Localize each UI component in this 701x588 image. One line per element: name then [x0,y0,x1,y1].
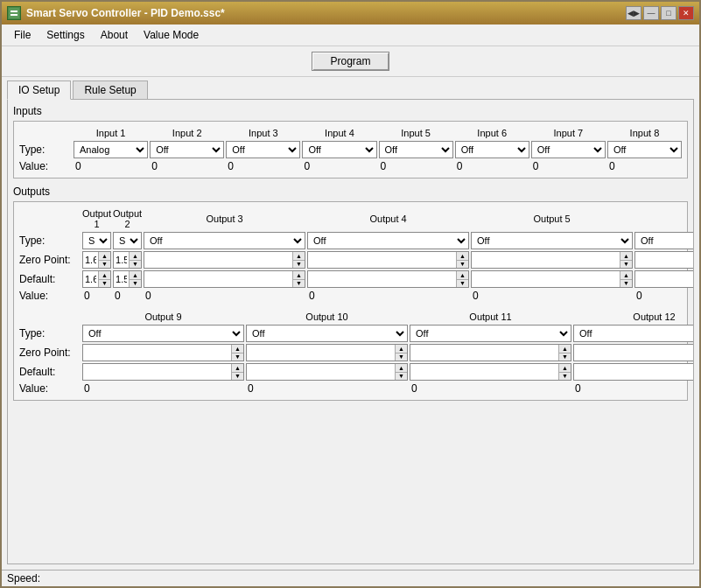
output2-default-up[interactable]: ▲ [130,271,141,279]
output3-default-down[interactable]: ▼ [293,279,305,288]
output2-default-down[interactable]: ▼ [130,279,141,288]
outputs-default-label: Default: [19,273,81,285]
menu-settings[interactable]: Settings [39,27,91,43]
output5-zero-input[interactable] [472,252,620,268]
output1-default-up[interactable]: ▲ [99,271,110,279]
output2-zero-spinner: ▲ ▼ [113,251,142,269]
output9-default-down[interactable]: ▼ [232,372,243,381]
input4-header: Input 4 [302,127,376,139]
output2-header: Output 2 [113,207,142,230]
input4-type-select[interactable]: OffAnalogDigital [302,141,376,158]
output3-zero-input[interactable] [144,252,292,268]
output10-zero-up[interactable]: ▲ [396,345,407,353]
input6-type-select[interactable]: OffAnalogDigital [455,141,529,158]
output6-type-select[interactable]: OffServoPWM [634,232,694,249]
output11-zero-down[interactable]: ▼ [559,353,571,361]
output10-zero-input[interactable] [247,345,395,360]
menu-about[interactable]: About [94,27,135,43]
window-controls: ◀▶ — □ ✕ [626,6,694,20]
output9-type-select[interactable]: OffServoPWM [82,325,244,342]
output2-type-select[interactable]: ServoOffPWM [113,232,142,249]
program-button[interactable]: Program [312,52,389,71]
output9-zero-up[interactable]: ▲ [232,345,243,353]
status-speed-label: Speed: [7,572,40,584]
menu-value-mode[interactable]: Value Mode [137,27,206,43]
maximize-button[interactable]: □ [661,6,676,20]
output6-value: 0 [634,290,694,302]
inputs-grid: Input 1 Input 2 Input 3 Input 4 Input 5 … [19,127,682,172]
output3-default-up[interactable]: ▲ [293,271,305,279]
output1-default-down[interactable]: ▼ [99,279,110,288]
output12-zero-input[interactable] [574,345,694,360]
minimize-button[interactable]: — [643,6,659,20]
output1-zero-up[interactable]: ▲ [99,252,110,260]
output6-zero-input[interactable] [635,252,694,268]
output2-zero-input[interactable] [114,252,129,268]
output9-zero-input[interactable] [83,345,231,360]
svg-rect-0 [9,8,19,18]
output11-default-input[interactable] [410,364,558,380]
output5-type-select[interactable]: OffServoPWM [471,232,633,249]
output3-zero-up[interactable]: ▲ [293,252,305,260]
output11-zero-input[interactable] [410,345,558,360]
output5-default-down[interactable]: ▼ [620,279,632,288]
output9-default-input[interactable] [83,364,231,380]
output9-default-up[interactable]: ▲ [232,364,243,372]
tab-rule-setup[interactable]: Rule Setup [73,80,147,99]
output4-zero-up[interactable]: ▲ [457,252,468,260]
output2-zero-up[interactable]: ▲ [130,252,141,260]
output5-zero-down[interactable]: ▼ [620,260,632,269]
input5-type-select[interactable]: OffAnalogDigital [379,141,453,158]
output2-default-input[interactable] [114,271,129,287]
output4-default-down[interactable]: ▼ [457,279,468,288]
input3-header: Input 3 [226,127,300,139]
input1-type-select[interactable]: AnalogOffDigital [74,141,148,158]
input3-type-select[interactable]: OffAnalogDigital [226,141,300,158]
menu-file[interactable]: File [7,27,38,43]
output1-zero-input[interactable] [83,252,98,268]
output1-zero-down[interactable]: ▼ [99,260,110,269]
output5-default-up[interactable]: ▲ [620,271,632,279]
output1-zero-spinner-buttons: ▲ ▼ [98,252,110,268]
output10-zero-down[interactable]: ▼ [396,353,407,361]
input8-type-select[interactable]: OffAnalogDigital [607,141,682,158]
output11-default-down[interactable]: ▼ [559,372,571,381]
output4-default-input[interactable] [308,271,456,287]
output12-type-select[interactable]: OffServoPWM [573,325,694,342]
output11-default-up[interactable]: ▲ [559,364,571,372]
output10-default-input[interactable] [247,364,395,380]
output3-zero-down[interactable]: ▼ [293,260,305,269]
output6-header: Output 6 [634,213,694,225]
output10-default-up[interactable]: ▲ [396,364,407,372]
output2-zero-down[interactable]: ▼ [130,260,141,269]
input2-type-select[interactable]: OffAnalogDigital [150,141,224,158]
output1-type-select[interactable]: ServoOffPWM [82,232,111,249]
output12-default-spinner: ▲▼ [573,363,694,381]
output3-default-input[interactable] [144,271,292,287]
output11-zero-up[interactable]: ▲ [559,345,571,353]
input2-value: 0 [150,160,224,172]
output11-type-select[interactable]: OffServoPWM [410,325,571,342]
output3-type-select[interactable]: OffServoPWM [144,232,305,249]
output10-default-down[interactable]: ▼ [396,372,407,381]
output5-zero-up[interactable]: ▲ [620,252,632,260]
output1-default-input[interactable] [83,271,98,287]
output12-default-input[interactable] [574,364,694,380]
input7-type-select[interactable]: OffAnalogDigital [531,141,606,158]
output12-header: Output 12 [573,311,694,323]
output10-type-select[interactable]: OffServoPWM [246,325,408,342]
output1-header: Output 1 [82,207,111,230]
outputs2-value-label: Value: [19,382,81,395]
output4-zero-down[interactable]: ▼ [457,260,468,269]
close-button[interactable]: ✕ [678,6,694,20]
output9-zero-down[interactable]: ▼ [232,353,243,361]
input1-header: Input 1 [74,127,148,139]
extra-btn[interactable]: ◀▶ [626,6,641,20]
outputs-section-label: Outputs [13,186,688,198]
output4-default-up[interactable]: ▲ [457,271,468,279]
output5-default-input[interactable] [472,271,620,287]
tab-io-setup[interactable]: IO Setup [7,80,71,100]
output6-default-input[interactable] [635,271,694,287]
output4-type-select[interactable]: OffServoPWM [307,232,469,249]
output4-zero-input[interactable] [308,252,456,268]
